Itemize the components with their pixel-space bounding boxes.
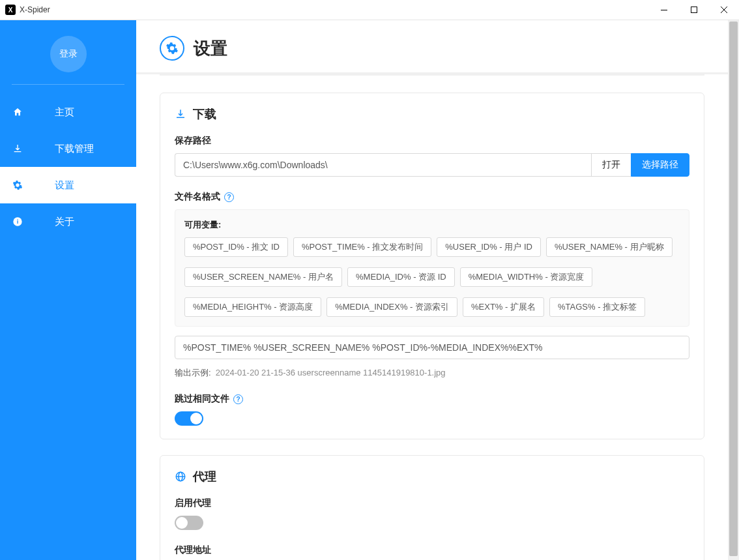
scrollbar[interactable]: [728, 20, 739, 560]
gear-icon: [12, 180, 23, 190]
titlebar: X X-Spider: [0, 0, 739, 20]
sidebar-item-label: 主页: [55, 106, 136, 119]
sidebar-item-downloads[interactable]: 下载管理: [0, 130, 136, 167]
help-icon[interactable]: ?: [233, 394, 243, 404]
sidebar-item-home[interactable]: 主页: [0, 94, 136, 130]
svg-rect-0: [661, 10, 667, 10]
sidebar: 登录 主页 下载管理 设置 i 关于: [0, 20, 136, 560]
minimize-button[interactable]: [649, 0, 679, 20]
save-path-input[interactable]: [175, 153, 591, 177]
app-icon: X: [5, 5, 16, 15]
variable-tag[interactable]: %USER_SCREEN_NAME% - 用户名: [184, 267, 342, 287]
choose-path-button[interactable]: 选择路径: [631, 153, 689, 177]
window-title: X-Spider: [20, 5, 50, 14]
page-title: 设置: [194, 37, 227, 60]
sidebar-divider: [12, 84, 124, 85]
content-area: 设置 下载 保存路径 打开 选择路径 文件名格式 ?: [136, 20, 728, 560]
svg-text:i: i: [17, 218, 19, 225]
home-icon: [12, 107, 23, 117]
help-icon[interactable]: ?: [224, 192, 234, 202]
skip-same-label: 跳过相同文件: [175, 393, 229, 405]
sidebar-item-label: 下载管理: [55, 143, 136, 155]
save-path-label: 保存路径: [175, 135, 689, 147]
globe-icon: [175, 471, 186, 482]
variable-tag[interactable]: %POST_ID% - 推文 ID: [184, 237, 288, 257]
variable-tag[interactable]: %USER_ID% - 用户 ID: [437, 237, 541, 257]
variables-label: 可用变量:: [184, 219, 680, 231]
info-icon: i: [12, 216, 23, 227]
variable-tag[interactable]: %MEDIA_WIDTH% - 资源宽度: [460, 267, 593, 287]
variable-tag[interactable]: %MEDIA_ID% - 资源 ID: [347, 267, 455, 287]
sidebar-item-label: 设置: [55, 179, 136, 192]
sidebar-item-about[interactable]: i 关于: [0, 203, 136, 240]
variables-box: 可用变量: %POST_ID% - 推文 ID%POST_TIME% - 推文发…: [175, 209, 689, 327]
sidebar-item-label: 关于: [55, 216, 136, 228]
open-path-button[interactable]: 打开: [591, 153, 631, 177]
maximize-button[interactable]: [679, 0, 709, 20]
card-title-text: 下载: [193, 106, 216, 122]
variable-tag[interactable]: %TAGS% - 推文标签: [549, 297, 645, 317]
login-button[interactable]: 登录: [50, 36, 87, 72]
sidebar-item-settings[interactable]: 设置: [0, 167, 136, 203]
variable-tag[interactable]: %MEDIA_HEIGHT% - 资源高度: [184, 297, 321, 317]
variable-tag[interactable]: %POST_TIME% - 推文发布时间: [293, 237, 431, 257]
skip-same-toggle[interactable]: [175, 411, 203, 426]
gear-icon: [160, 36, 184, 61]
header-divider: [160, 74, 704, 76]
filename-format-label: 文件名格式: [175, 191, 220, 203]
variable-tag[interactable]: %EXT% - 扩展名: [463, 297, 544, 317]
download-icon: [175, 108, 186, 120]
download-card: 下载 保存路径 打开 选择路径 文件名格式 ? 可用变量: %POST_ID% …: [160, 93, 704, 439]
variable-tag[interactable]: %MEDIA_INDEX% - 资源索引: [326, 297, 457, 317]
variable-tag[interactable]: %USER_NAME% - 用户昵称: [546, 237, 673, 257]
filename-format-input[interactable]: [175, 336, 689, 359]
output-example: 输出示例: 2024-01-20 21-15-36 userscreenname…: [175, 367, 689, 379]
enable-proxy-toggle[interactable]: [175, 516, 203, 530]
close-button[interactable]: [709, 0, 739, 20]
proxy-card: 代理 启用代理 代理地址: [160, 455, 704, 560]
card-title-text: 代理: [193, 469, 216, 484]
svg-rect-1: [691, 7, 697, 13]
proxy-address-label: 代理地址: [175, 544, 689, 556]
enable-proxy-label: 启用代理: [175, 497, 689, 509]
download-icon: [12, 143, 23, 154]
